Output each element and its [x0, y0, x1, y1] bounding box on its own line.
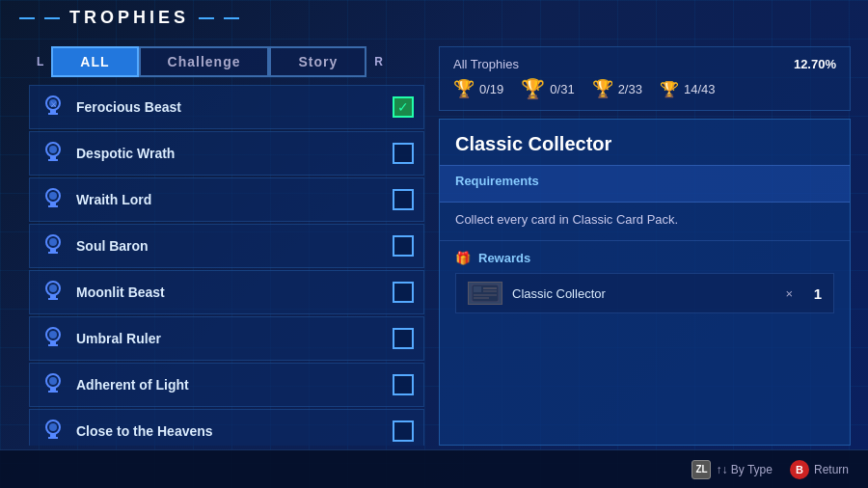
- svg-point-32: [49, 423, 57, 431]
- gold-count: 0/31: [550, 82, 574, 96]
- list-item[interactable]: Moonlit Beast: [29, 270, 424, 314]
- trophies-summary: All Trophies 12.70% 🏆 0/19 🏆 0/31 🏆 2/33…: [439, 46, 851, 111]
- requirements-section: Requirements: [440, 165, 850, 203]
- svg-point-24: [49, 331, 57, 339]
- svg-rect-27: [48, 391, 58, 393]
- title-bar-line-left2: [44, 17, 60, 19]
- trophy-list: ⚔ Ferocious Beast ✓ Despotic Wrath: [29, 85, 424, 446]
- gold-icon: 🏆: [521, 77, 545, 100]
- list-item[interactable]: Soul Baron: [29, 224, 424, 268]
- svg-rect-35: [474, 286, 481, 292]
- tab-all[interactable]: ALL: [51, 46, 138, 77]
- detail-title: Classic Collector: [440, 120, 850, 165]
- trophy-checkbox: [393, 189, 414, 210]
- reward-quantity: 1: [802, 285, 822, 302]
- bronze-count: 14/43: [684, 82, 716, 96]
- trophy-count-gold: 🏆 0/31: [521, 77, 574, 100]
- svg-rect-2: [48, 113, 58, 115]
- tab-challenge[interactable]: Challenge: [139, 46, 270, 77]
- trophy-count-platinum: 🏆 0/19: [453, 78, 503, 99]
- zl-button: ZL: [692, 460, 711, 479]
- list-item[interactable]: Close to the Heavens: [29, 409, 424, 446]
- b-button: B: [790, 460, 809, 479]
- title-bar-line-right2: [224, 17, 239, 19]
- trophy-icon: [40, 140, 67, 167]
- trophy-checkbox: ✓: [393, 96, 414, 118]
- trophy-checkbox: [393, 374, 414, 395]
- svg-rect-10: [50, 202, 56, 205]
- trophy-checkbox: [393, 282, 414, 303]
- trophy-count-bronze: 🏆 14/43: [660, 80, 716, 98]
- trophy-checkbox: [393, 235, 414, 257]
- hint-return-text: Return: [814, 463, 849, 476]
- svg-rect-18: [50, 294, 56, 298]
- trophy-checkbox: [393, 143, 414, 164]
- svg-point-28: [49, 377, 57, 385]
- tab-row: L ALL Challenge Story R: [29, 46, 391, 77]
- trophy-icon: [40, 371, 67, 398]
- trophy-icon: [40, 418, 67, 445]
- bronze-icon: 🏆: [660, 80, 679, 98]
- trophy-name: Wraith Lord: [76, 192, 393, 207]
- list-item[interactable]: Despotic Wrath: [29, 131, 424, 176]
- trophy-name: Umbral Ruler: [76, 331, 393, 346]
- svg-point-16: [49, 238, 57, 246]
- svg-rect-30: [50, 433, 56, 437]
- svg-rect-26: [50, 387, 56, 391]
- svg-rect-7: [48, 159, 58, 161]
- svg-point-8: [49, 146, 57, 153]
- svg-point-20: [49, 285, 57, 292]
- trophy-name: Close to the Heavens: [76, 423, 393, 439]
- requirements-text: Collect every card in Classic Card Pack.: [440, 203, 850, 240]
- summary-header: All Trophies 12.70%: [453, 57, 836, 71]
- trophy-icon: [40, 325, 67, 352]
- silver-icon: 🏆: [592, 78, 613, 99]
- svg-rect-31: [48, 437, 58, 439]
- trophy-name: Moonlit Beast: [76, 285, 393, 300]
- hint-by-type: ZL ↑↓ By Type: [692, 460, 772, 479]
- svg-rect-1: [50, 109, 56, 113]
- svg-rect-19: [48, 298, 58, 300]
- title-bar-line-left: [19, 17, 35, 19]
- trophy-icon: [40, 186, 67, 213]
- trophy-icon: [40, 279, 67, 306]
- list-item[interactable]: Adherent of Light: [29, 363, 424, 407]
- rewards-section: 🎁 Rewards Classic Collector × 1: [440, 241, 850, 323]
- list-item[interactable]: Umbral Ruler: [29, 316, 424, 361]
- summary-percent: 12.70%: [794, 57, 836, 71]
- svg-rect-6: [50, 155, 56, 159]
- trophy-counts: 🏆 0/19 🏆 0/31 🏆 2/33 🏆 14/43: [453, 77, 836, 100]
- page-title: TROPHIES: [69, 8, 189, 28]
- left-panel: ⚔ Ferocious Beast ✓ Despotic Wrath: [29, 85, 424, 446]
- svg-rect-23: [48, 344, 58, 346]
- svg-rect-22: [50, 340, 56, 344]
- list-item[interactable]: ⚔ Ferocious Beast ✓: [29, 85, 424, 129]
- trophy-checkbox: [393, 420, 414, 442]
- trophy-checkbox: [393, 328, 414, 349]
- rewards-header: 🎁 Rewards: [455, 251, 834, 265]
- requirements-label: Requirements: [455, 174, 834, 188]
- trophy-name: Ferocious Beast: [76, 99, 393, 115]
- right-panel: All Trophies 12.70% 🏆 0/19 🏆 0/31 🏆 2/33…: [439, 46, 851, 446]
- bottom-bar: ZL ↑↓ By Type B Return: [0, 449, 868, 488]
- trophy-name: Despotic Wrath: [76, 146, 393, 161]
- hint-by-type-text: ↑↓ By Type: [716, 463, 772, 476]
- reward-name: Classic Collector: [512, 286, 775, 301]
- trophy-icon: ⚔: [40, 94, 67, 121]
- svg-point-12: [49, 192, 57, 200]
- reward-item: Classic Collector × 1: [455, 273, 834, 313]
- title-bar-line-right: [199, 17, 214, 19]
- trophy-name: Adherent of Light: [76, 377, 393, 393]
- reward-times: ×: [785, 286, 793, 301]
- platinum-count: 0/19: [479, 82, 503, 96]
- trophy-count-silver: 🏆 2/33: [592, 78, 642, 99]
- svg-text:⚔: ⚔: [50, 100, 57, 109]
- svg-rect-11: [48, 205, 58, 207]
- tab-story[interactable]: Story: [269, 46, 366, 77]
- platinum-icon: 🏆: [453, 78, 475, 99]
- gift-icon: 🎁: [455, 251, 471, 265]
- list-item[interactable]: Wraith Lord: [29, 177, 424, 222]
- rewards-label: Rewards: [478, 251, 530, 265]
- detail-panel: Classic Collector Requirements Collect e…: [439, 119, 851, 446]
- reward-card-icon: [468, 282, 502, 305]
